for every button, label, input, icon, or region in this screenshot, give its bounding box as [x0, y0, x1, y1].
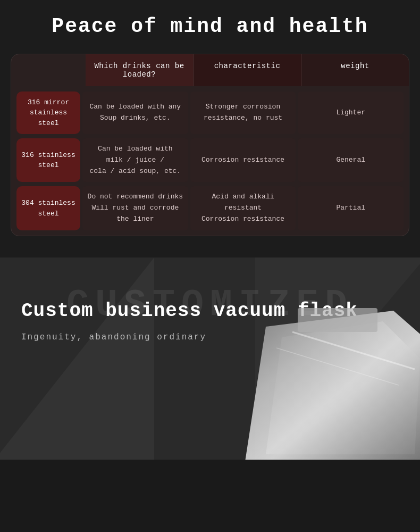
row-label-2: 316 stainlesssteel [16, 138, 80, 182]
top-section: Peace of mind and health Which drinks ca… [0, 0, 420, 257]
row-characteristic-3: Acid and alkali resistantCorrosion resis… [190, 186, 296, 230]
table-header: Which drinks can be loaded? characterist… [11, 54, 409, 86]
row-drinks-2: Can be loaded withmilk / juice /cola / a… [82, 138, 188, 182]
row-label-1: 316 mirrorstainless steel [16, 92, 80, 134]
table-row: 316 mirrorstainless steel Can be loaded … [16, 92, 404, 134]
svg-rect-2 [298, 308, 377, 332]
header-drinks: Which drinks can be loaded? [86, 54, 193, 86]
flask-illustration [234, 305, 420, 460]
row-label-3: 304 stainlesssteel [16, 186, 80, 230]
header-characteristic: characteristic [193, 54, 301, 86]
table-row: 316 stainlesssteel Can be loaded withmil… [16, 138, 404, 182]
row-weight-2: General [298, 138, 404, 182]
row-characteristic-2: Corrosion resistance [190, 138, 296, 182]
row-characteristic-1: Stronger corrosionresistance, no rust [190, 92, 296, 134]
header-empty [11, 54, 86, 86]
row-weight-1: Lighter [298, 92, 404, 134]
svg-marker-1 [266, 321, 420, 454]
row-drinks-3: Do not recommend drinksWill rust and cor… [82, 186, 188, 230]
table-body: 316 mirrorstainless steel Can be loaded … [11, 86, 409, 236]
row-drinks-1: Can be loaded with anySoup drinks, etc. [82, 92, 188, 134]
row-weight-3: Partial [298, 186, 404, 230]
main-title: Peace of mind and health [0, 0, 420, 54]
comparison-table: Which drinks can be loaded? characterist… [11, 54, 409, 236]
bottom-section: CUSTOMIZED Custom business vacuum flask … [0, 257, 420, 460]
header-weight: weight [301, 54, 409, 86]
table-row: 304 stainlesssteel Do not recommend drin… [16, 186, 404, 230]
